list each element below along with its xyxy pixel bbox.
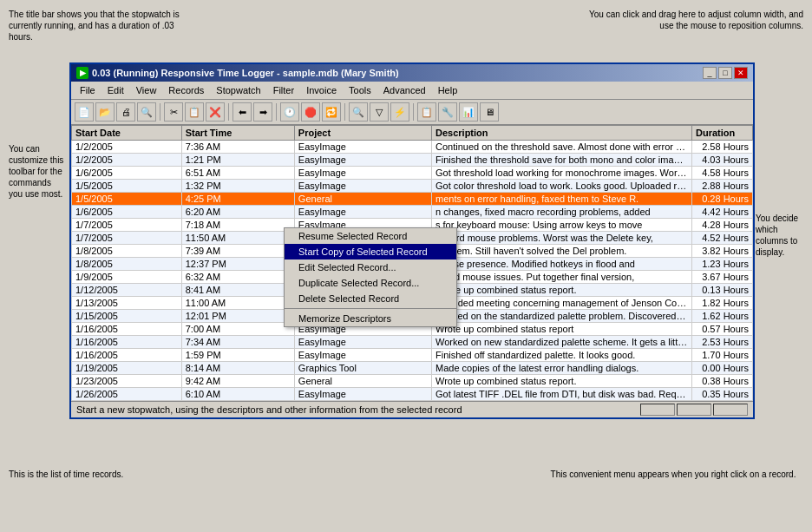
col-header-project[interactable]: Project	[294, 126, 431, 141]
menu-file[interactable]: File	[75, 83, 101, 97]
tb-find[interactable]: 🔍	[349, 102, 368, 122]
table-row[interactable]: 1/6/20056:20 AMEasyImagen changes, fixed…	[72, 206, 753, 219]
cell-duration: 1.62 Hours	[692, 310, 753, 323]
minimize-button[interactable]: _	[703, 67, 717, 79]
tb-resume[interactable]: 🔁	[322, 102, 341, 122]
col-header-date[interactable]: Start Date	[72, 126, 182, 141]
table-row[interactable]: 1/16/20057:34 AMEasyImageWorked on new s…	[72, 336, 753, 349]
menu-tools[interactable]: Tools	[344, 83, 377, 97]
cell-project: General	[294, 193, 431, 206]
ctx-start-copy[interactable]: Start Copy of Selected Record	[285, 244, 456, 259]
tb-stop[interactable]: 🛑	[301, 102, 320, 122]
cell-duration: 2.53 Hours	[692, 336, 753, 349]
menu-help[interactable]: Help	[433, 83, 463, 97]
cell-duration: 4.03 Hours	[692, 154, 753, 167]
menu-advanced[interactable]: Advanced	[378, 83, 431, 97]
annotation-toolbar: You can customize this toolbar for the c…	[9, 143, 65, 200]
cell-desc: mouse presence. Modified hotkeys in floo…	[432, 258, 692, 271]
tb-next[interactable]: ➡	[253, 102, 272, 122]
cell-time: 1:59 PM	[181, 349, 294, 362]
table-row[interactable]: 1/23/20059:42 AMGeneralWrote up combined…	[72, 375, 753, 388]
menu-records[interactable]: Records	[163, 83, 209, 97]
ctx-resume[interactable]: Resume Selected Record	[285, 228, 456, 244]
tb-start[interactable]: 🕐	[280, 102, 299, 122]
tb-delete[interactable]: ❌	[206, 102, 225, 122]
ctx-duplicate[interactable]: Duplicate Selected Record...	[285, 275, 456, 291]
tb-open[interactable]: 📂	[95, 102, 115, 122]
toolbar-sep-3	[276, 103, 277, 121]
table-row[interactable]: 1/6/20056:51 AMEasyImageGot threshold lo…	[72, 167, 753, 180]
annotation-columns: You decide which columns to display.	[756, 213, 808, 258]
cell-date: 1/6/2005	[72, 206, 182, 219]
cell-duration: 0.00 Hours	[692, 362, 753, 375]
table-row[interactable]: 1/2/20057:36 AMEasyImageContinued on the…	[72, 141, 753, 154]
cell-date: 1/5/2005	[72, 180, 182, 193]
cell-duration: 1.82 Hours	[692, 297, 753, 310]
menu-stopwatch[interactable]: Stopwatch	[211, 83, 265, 97]
cell-time: 9:42 AM	[181, 375, 294, 388]
table-row[interactable]: 1/2/20051:21 PMEasyImageFinished the thr…	[72, 154, 753, 167]
col-header-time[interactable]: Start Time	[181, 126, 294, 141]
tb-new[interactable]: 📄	[75, 102, 94, 122]
cell-date: 1/15/2005	[72, 310, 182, 323]
tb-lightning[interactable]: ⚡	[390, 102, 409, 122]
status-panel-3	[713, 404, 748, 416]
col-header-duration[interactable]: Duration	[692, 126, 753, 141]
table-row[interactable]: 1/26/20056:10 AMEasyImageGot latest TIFF…	[72, 388, 753, 401]
tb-chart[interactable]: 📊	[459, 102, 478, 122]
cell-project: EasyImage	[294, 349, 431, 362]
toolbar-sep-4	[344, 103, 345, 121]
cell-duration: 1.23 Hours	[692, 258, 753, 271]
cell-project: EasyImage	[294, 336, 431, 349]
ctx-memorize[interactable]: Memorize Descriptors	[285, 311, 456, 326]
cell-duration: 2.58 Hours	[692, 141, 753, 154]
cell-date: 1/9/2005	[72, 271, 182, 284]
cell-time: 4:25 PM	[181, 193, 294, 206]
toolbar-sep-5	[413, 103, 414, 121]
menu-invoice[interactable]: Invoice	[301, 83, 342, 97]
cell-date: 1/16/2005	[72, 336, 182, 349]
menu-filter[interactable]: Filter	[268, 83, 299, 97]
menu-view[interactable]: View	[131, 83, 162, 97]
table-row[interactable]: 1/16/20051:59 PMEasyImageFinished off st…	[72, 349, 753, 362]
table-row[interactable]: 1/19/20058:14 AMGraphics ToolMade copies…	[72, 362, 753, 375]
app-icon: ▶	[76, 67, 88, 79]
cell-time: 1:32 PM	[181, 180, 294, 193]
cell-duration: 0.35 Hours	[692, 388, 753, 401]
tb-cut[interactable]: ✂	[164, 102, 183, 122]
cell-desc: ments on error handling, faxed them to S…	[432, 193, 692, 206]
tb-report[interactable]: 📋	[417, 102, 436, 122]
tb-prev[interactable]: ⬅	[232, 102, 252, 122]
toolbar-sep-2	[228, 103, 229, 121]
context-menu: Resume Selected Record Start Copy of Sel…	[284, 227, 457, 327]
cell-time: 8:41 AM	[181, 284, 294, 297]
col-header-description[interactable]: Description	[432, 126, 692, 141]
cell-duration: 0.38 Hours	[692, 375, 753, 388]
cell-date: 1/7/2005	[72, 232, 182, 245]
menu-edit[interactable]: Edit	[102, 83, 129, 97]
tb-copy[interactable]: 📋	[185, 102, 204, 122]
tb-search[interactable]: 🔍	[137, 102, 156, 122]
annotation-title-bar: The title bar shows you that the stopwat…	[9, 9, 200, 43]
title-bar: ▶ 0.03 (Running) Responsive Time Logger …	[71, 64, 753, 82]
tb-print[interactable]: 🖨	[116, 102, 135, 122]
maximize-button[interactable]: □	[718, 67, 732, 79]
cell-project: EasyImage	[294, 206, 431, 219]
cell-date: 1/19/2005	[72, 362, 182, 375]
title-buttons: _ □ ✕	[703, 67, 748, 79]
tb-display[interactable]: 🖥	[480, 102, 499, 122]
cell-date: 1/2/2005	[72, 154, 182, 167]
table-row[interactable]: 1/5/20051:32 PMEasyImageGot color thresh…	[72, 180, 753, 193]
ctx-edit[interactable]: Edit Selected Record...	[285, 259, 456, 275]
tb-filter[interactable]: ▽	[370, 102, 389, 122]
ctx-delete[interactable]: Delete Selected Record	[285, 291, 456, 306]
close-button[interactable]: ✕	[734, 67, 748, 79]
cell-desc: problem. Still haven't solved the Del pr…	[432, 245, 692, 258]
tb-settings[interactable]: 🔧	[438, 102, 457, 122]
cell-desc: Wrote up combined status report.	[432, 284, 692, 297]
toolbar-sep-1	[160, 103, 160, 121]
cell-time: 12:01 PM	[181, 310, 294, 323]
table-row[interactable]: 1/5/20054:25 PMGeneralments on error han…	[72, 193, 753, 206]
cell-duration: 0.13 Hours	[692, 284, 753, 297]
status-panels	[640, 404, 748, 416]
